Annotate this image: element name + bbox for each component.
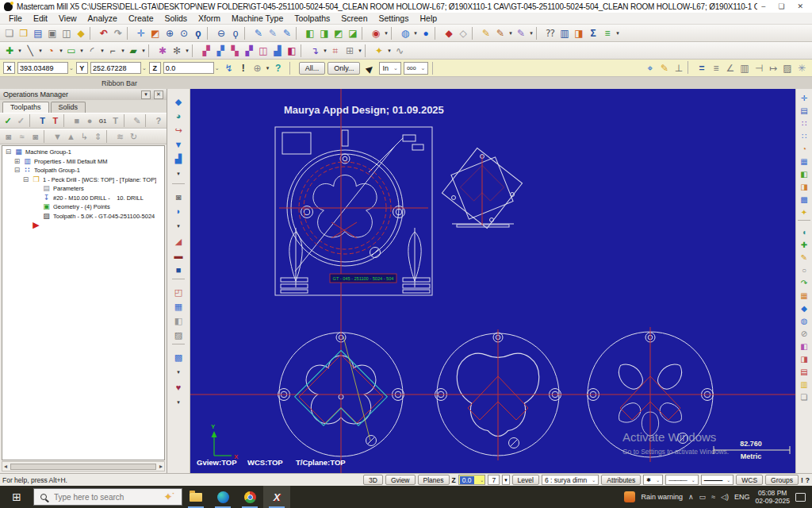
create-arc-icon[interactable]: ◔ — [44, 44, 58, 58]
clock[interactable]: 05:08 PM 02-09-2025 — [756, 489, 790, 505]
menu-item[interactable]: Solids — [159, 13, 193, 23]
save-mini-icon[interactable]: ▤ — [798, 105, 811, 117]
shade-front-cube-icon[interactable]: ◩ — [331, 26, 346, 40]
tree-toolpath-file[interactable]: ▨ Toolpath - 5.0K - GT-045-251100-5024 — [2, 212, 164, 221]
weather-icon[interactable] — [624, 491, 635, 502]
dropdown-caret[interactable]: ▾ — [265, 61, 271, 75]
operations-manager-titlebar[interactable]: Operations Manager ▾ ✕ — [0, 89, 167, 100]
xform-rotate-icon[interactable]: ✻ — [170, 44, 184, 58]
xform-drag-icon[interactable]: ▟ — [270, 44, 285, 58]
sphere-icon[interactable]: ● — [419, 26, 433, 40]
unselect-all-ops-icon[interactable]: ✓ — [14, 114, 27, 127]
book-icon[interactable]: ◖ — [798, 226, 811, 238]
palette-icon[interactable]: ▩ — [798, 194, 811, 206]
select-all-button[interactable]: All... — [299, 62, 326, 75]
redo-green-icon[interactable]: ↷ — [798, 277, 811, 289]
tree-horizontal-scrollbar[interactable]: ◂ ▸ — [2, 461, 165, 471]
menu-item[interactable]: Screen — [335, 13, 373, 23]
grid-icon[interactable]: ⌗ — [328, 44, 343, 58]
dynamic-spin-icon[interactable]: ✎ — [280, 26, 294, 40]
grid-mini-icon[interactable]: ▦ — [798, 156, 811, 167]
backplot-icon[interactable]: ■ — [71, 114, 83, 127]
x-coord-badge[interactable]: X — [3, 62, 15, 74]
gview-sphere-icon[interactable]: ◉ — [369, 26, 383, 40]
dim-note-icon[interactable]: ▥ — [737, 61, 752, 75]
wcs-icon[interactable]: ↴ — [308, 44, 322, 58]
minimize-button[interactable]: – — [761, 2, 765, 10]
tab-toolpaths[interactable]: Toolpaths — [2, 102, 49, 113]
search-input[interactable] — [52, 492, 140, 502]
lock-icon[interactable]: ◙ — [2, 130, 15, 143]
new-file-icon[interactable]: ❏ — [2, 26, 17, 40]
dropdown-caret[interactable]: ▾ — [58, 44, 64, 58]
squares-purple-icon[interactable]: ◧ — [798, 341, 811, 352]
analyze-sum-icon[interactable]: Σ — [586, 26, 600, 40]
z-coord-badge[interactable]: Z — [149, 62, 161, 74]
color-dropdown[interactable]: ▼ — [502, 475, 509, 485]
panel-collapse-button[interactable]: ▾ — [141, 90, 151, 99]
solids-shell-icon[interactable]: ◗ — [171, 205, 186, 217]
x-coord-input[interactable] — [17, 62, 68, 74]
tree-geometry[interactable]: ▣ Geometry - (4) Points — [2, 202, 164, 212]
panel-close-button[interactable]: ✕ — [154, 90, 163, 99]
repaint-icon[interactable]: ◩ — [148, 26, 163, 40]
dim-leader-icon[interactable]: ↦ — [766, 61, 780, 75]
tab-solids[interactable]: Solids — [51, 102, 86, 113]
dropdown-caret[interactable]: ▾ — [412, 26, 419, 40]
3d-mode-button[interactable]: 3D — [363, 475, 383, 485]
autocursor-bolt-icon[interactable]: ↯ — [222, 61, 236, 75]
restore-button[interactable]: ❏ — [778, 2, 784, 10]
dim-parallel-icon[interactable]: ≡ — [709, 61, 723, 75]
chevron-down-icon[interactable]: ⌄ — [480, 477, 484, 483]
select-only-button[interactable]: Only... — [327, 62, 360, 75]
delete-entities-icon[interactable]: ◆ — [74, 26, 88, 40]
dropdown-caret[interactable]: ▾ — [383, 26, 389, 40]
tool-orange-icon[interactable]: ◨ — [798, 181, 811, 193]
selection-cursor-icon[interactable]: ▶ — [360, 58, 380, 78]
dropdown-caret[interactable]: ▾ — [386, 44, 393, 58]
help-indicator[interactable]: ? — [806, 476, 810, 484]
page-gold-icon[interactable]: ▥ — [798, 379, 811, 391]
bulb-icon[interactable]: ✦ — [798, 206, 811, 218]
y-coord-input[interactable] — [90, 62, 141, 74]
menu-item[interactable]: Help — [414, 13, 442, 23]
solids-pattern-icon[interactable]: ▩ — [171, 351, 186, 364]
analyze-dynamic-icon[interactable]: ◨ — [572, 26, 586, 40]
print-icon[interactable]: ▣ — [45, 26, 59, 40]
menu-item[interactable]: Analyze — [82, 13, 123, 23]
gem-blue-icon[interactable]: ◆ — [798, 302, 811, 314]
scroll-ops-icon[interactable]: ⇕ — [91, 130, 105, 143]
hide-toolpath-icon[interactable]: ≋ — [113, 130, 127, 143]
dropdown-caret[interactable]: ▾ — [79, 44, 85, 58]
groups-button[interactable]: Groups — [765, 475, 799, 485]
select-all-ops-icon[interactable]: ✓ — [2, 114, 14, 127]
tree-properties[interactable]: ⊞ ▥ Properties - Mill Default MM — [2, 157, 164, 167]
tree-expander-icon[interactable]: ⊟ — [13, 167, 21, 174]
compass-icon[interactable]: ✛ — [798, 92, 811, 104]
xform-mini2-icon[interactable]: ∷ — [798, 130, 811, 142]
verify-icon[interactable]: ● — [83, 114, 96, 127]
graphics-viewport[interactable]: Maurya Appd Design; 01.09.2025 GT - 045 … — [190, 89, 795, 473]
z-depth-field[interactable]: 0.0 ⌄ — [458, 475, 486, 485]
print-preview-icon[interactable]: ◫ — [59, 26, 74, 40]
clock-icon[interactable]: ◔ — [798, 143, 811, 155]
menu-item[interactable]: View — [53, 13, 82, 23]
scroll-left-icon[interactable]: ◂ — [4, 463, 7, 470]
solids-primitive-icon[interactable]: ▟ — [171, 152, 186, 165]
create-rect-icon[interactable]: ▭ — [64, 44, 79, 58]
lock-posts-icon[interactable]: ◙ — [29, 130, 42, 143]
tree-expander-icon[interactable]: ⊟ — [5, 148, 12, 156]
regen-toolpath-icon[interactable]: T — [36, 114, 48, 127]
create-fillet-icon[interactable]: ◜ — [85, 44, 99, 58]
solids-thicken-icon[interactable]: ▬ — [171, 249, 186, 262]
level-button[interactable]: Level — [512, 475, 539, 485]
solids-draft-icon[interactable]: ◰ — [171, 286, 186, 298]
fit-screen-icon[interactable]: ✛ — [134, 26, 148, 40]
wifi-icon[interactable]: ≈ — [711, 493, 715, 501]
tree-insert-arrow[interactable]: ▶ — [2, 221, 164, 230]
dropdown-caret[interactable]: ▾ — [175, 365, 182, 379]
solids-boolean-icon[interactable]: ■ — [171, 264, 186, 276]
shade-iso-cube-icon[interactable]: ◧ — [303, 26, 317, 40]
level-select[interactable]: 6 : surya dimn ⌄ — [542, 475, 599, 485]
create-line-icon[interactable]: ╲ — [23, 44, 37, 58]
